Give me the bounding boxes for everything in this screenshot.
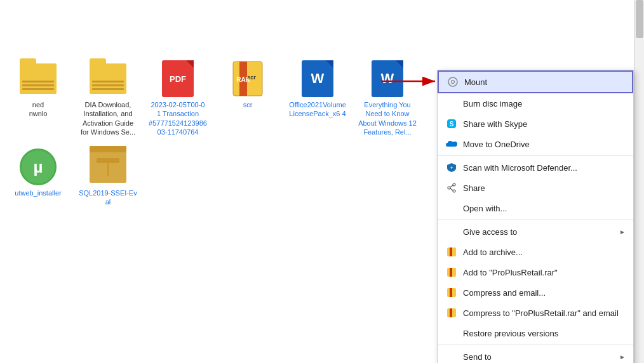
submenu-arrow: ► (619, 228, 626, 235)
onedrive-icon (445, 138, 458, 150)
menu-separator (438, 220, 633, 220)
menu-item-label: Add to archive... (463, 248, 626, 257)
svg-rect-20 (450, 248, 452, 256)
menu-item-label: Send to (463, 352, 619, 362)
menu-item-compress-email[interactable]: Compress and email... (438, 282, 633, 303)
file-item[interactable]: SQL2019-SSEI-Ev al (76, 145, 140, 209)
give-access-icon (445, 225, 458, 238)
svg-point-16 (453, 190, 455, 192)
menu-item-add-proplusretail[interactable]: Add to "ProPlusRetail.rar" (438, 262, 633, 282)
word-icon: W (299, 60, 337, 98)
svg-line-18 (450, 188, 453, 190)
file-item[interactable]: W Office2021VolumeLicensePack_x6 4 (286, 57, 349, 139)
svg-rect-24 (450, 288, 452, 297)
svg-text:S: S (450, 121, 454, 128)
file-label: utweb_installer (15, 188, 61, 197)
menu-item-label: Compress to "ProPlusRetail.rar" and emai… (463, 308, 626, 318)
menu-item-restore-versions[interactable]: Restore previous versions (438, 323, 633, 343)
menu-item-onedrive[interactable]: Move to OneDrive (438, 134, 633, 154)
context-menu: Mount Burn disc image S Share with Skype… (437, 70, 634, 363)
file-label: DIA Download, Installation, and Activati… (79, 100, 137, 136)
svg-point-14 (453, 183, 455, 186)
utorrent-icon: µ (19, 148, 57, 186)
svg-line-17 (450, 185, 453, 187)
box-icon (89, 148, 127, 186)
file-label: Office2021VolumeLicensePack_x6 4 (288, 100, 347, 119)
menu-item-share[interactable]: Share (438, 178, 633, 198)
file-item[interactable]: RAR scr scr (216, 57, 279, 139)
file-item[interactable]: µ utweb_installer (6, 145, 70, 209)
folder-icon (89, 60, 127, 98)
winrar-icon (445, 286, 458, 299)
menu-item-add-archive[interactable]: Add to archive... (438, 242, 633, 262)
winrar-icon (445, 246, 458, 258)
svg-point-9 (448, 77, 457, 86)
scrollbar-thumb[interactable] (636, 0, 643, 38)
send-to-icon (445, 350, 458, 363)
file-label: 2023-02-05T00-0 1 Transaction #577715241… (149, 100, 207, 136)
menu-item-label: Restore previous versions (463, 329, 626, 338)
file-item[interactable]: nednwnlo (6, 57, 70, 139)
menu-item-label: Share (463, 183, 626, 193)
svg-text:+: + (450, 165, 453, 171)
winrar-icon (445, 266, 458, 279)
menu-item-compress-proplusretail-email[interactable]: Compress to "ProPlusRetail.rar" and emai… (438, 303, 633, 323)
burn-icon (445, 97, 458, 110)
files-area: nednwnlo DIA Download, Installation, and… (0, 51, 426, 355)
scrollbar[interactable] (634, 0, 644, 363)
file-label: nednwnlo (29, 100, 48, 119)
word-icon: W (368, 60, 406, 98)
menu-item-send-to[interactable]: Send to ► (438, 346, 633, 363)
menu-item-label: Give access to (463, 227, 619, 237)
disc-icon (446, 76, 459, 88)
menu-separator (438, 345, 633, 345)
menu-separator (438, 155, 633, 156)
file-label: scr (243, 100, 253, 109)
menu-item-mount[interactable]: Mount (438, 70, 633, 93)
svg-rect-22 (450, 268, 452, 277)
svg-text:scr: scr (247, 74, 256, 81)
svg-point-15 (448, 187, 450, 189)
defender-icon: + (445, 161, 458, 174)
file-item[interactable]: PDF 2023-02-05T00-0 1 Transaction #57771… (146, 57, 210, 139)
menu-item-open-with[interactable]: Open with... (438, 198, 633, 218)
folder-icon (19, 60, 57, 98)
file-item[interactable]: W Everything You Need to Know About Wind… (356, 57, 419, 139)
menu-item-burn-disc[interactable]: Burn disc image (438, 93, 633, 114)
menu-item-label: Compress and email... (463, 288, 626, 298)
skype-icon: S (445, 117, 458, 130)
menu-item-label: Add to "ProPlusRetail.rar" (463, 268, 626, 277)
pdf-icon: PDF (159, 60, 197, 98)
menu-item-label: Move to OneDrive (463, 140, 626, 149)
file-label: Everything You Need to Know About Window… (358, 100, 417, 136)
menu-item-label: Share with Skype (463, 119, 626, 129)
svg-point-10 (452, 81, 455, 84)
winrar-icon (445, 307, 458, 319)
share-icon (445, 182, 458, 194)
menu-item-give-access[interactable]: Give access to ► (438, 221, 633, 242)
file-label: SQL2019-SSEI-Ev al (79, 188, 137, 207)
svg-rect-26 (450, 308, 452, 317)
file-item[interactable]: DIA Download, Installation, and Activati… (76, 57, 140, 139)
rar-icon: RAR scr (229, 60, 267, 98)
menu-item-label: Mount (464, 77, 624, 87)
menu-item-label: Open with... (463, 204, 626, 213)
menu-item-share-skype[interactable]: S Share with Skype (438, 114, 633, 134)
menu-item-label: Scan with Microsoft Defender... (463, 163, 626, 173)
restore-icon (445, 327, 458, 340)
submenu-arrow: ► (619, 353, 626, 360)
menu-item-label: Burn disc image (463, 99, 626, 109)
open-with-icon (445, 202, 458, 214)
menu-item-defender[interactable]: + Scan with Microsoft Defender... (438, 157, 633, 178)
